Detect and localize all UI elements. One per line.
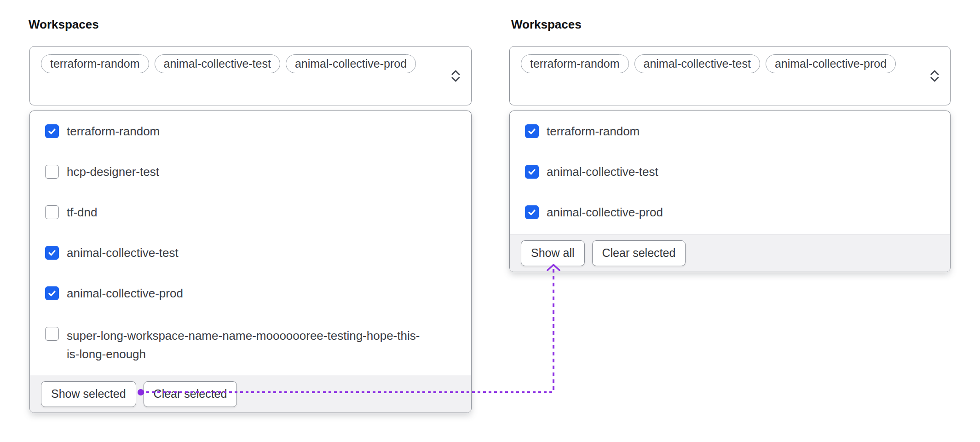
options-list: terraform-random hcp-designer-test tf-dn… [30, 111, 471, 375]
option-animal-collective-prod[interactable]: animal-collective-prod [45, 286, 471, 301]
selected-pill: animal-collective-test [634, 54, 760, 73]
checkbox[interactable] [45, 205, 59, 219]
option-terraform-random[interactable]: terraform-random [525, 124, 950, 139]
checkmark-icon [47, 289, 57, 298]
options-list: terraform-random animal-collective-test … [510, 111, 950, 234]
option-animal-collective-test[interactable]: animal-collective-test [525, 164, 950, 179]
unfold-chevrons-icon [929, 69, 940, 83]
option-hcp-designer-test[interactable]: hcp-designer-test [45, 164, 471, 179]
selected-pill: animal-collective-prod [286, 54, 416, 73]
connector-dotted-line-vertical [553, 269, 554, 392]
workspaces-dropdown-list: terraform-random hcp-designer-test tf-dn… [29, 110, 472, 413]
checkbox[interactable] [45, 124, 59, 138]
checkmark-icon [527, 208, 536, 217]
option-label: animal-collective-test [547, 164, 658, 179]
option-label: super-long-workspace-name-name-moooooore… [67, 326, 430, 363]
option-tf-dnd[interactable]: tf-dnd [45, 205, 471, 220]
option-label: animal-collective-prod [67, 286, 183, 301]
selected-pill: animal-collective-test [155, 54, 280, 73]
selected-pill: animal-collective-prod [766, 54, 896, 73]
checkmark-icon [47, 127, 57, 136]
clear-selected-button[interactable]: Clear selected [592, 240, 686, 266]
checkbox[interactable] [525, 165, 539, 179]
option-super-long-workspace[interactable]: super-long-workspace-name-name-moooooore… [45, 326, 471, 363]
clear-selected-button[interactable]: Clear selected [144, 381, 237, 407]
option-animal-collective-test[interactable]: animal-collective-test [45, 245, 471, 260]
checkbox[interactable] [525, 205, 539, 219]
workspaces-label: Workspaces [511, 17, 582, 32]
dropdown-footer: Show selected Clear selected [30, 375, 471, 413]
option-terraform-random[interactable]: terraform-random [45, 124, 471, 139]
dropdown-footer: Show all Clear selected [510, 234, 950, 272]
checkbox[interactable] [45, 327, 59, 341]
show-selected-button[interactable]: Show selected [41, 381, 136, 407]
checkmark-icon [47, 248, 57, 257]
option-label: tf-dnd [67, 205, 98, 220]
option-label: terraform-random [547, 124, 640, 139]
show-all-button[interactable]: Show all [521, 240, 585, 266]
workspaces-multiselect-trigger[interactable]: terraform-random animal-collective-test … [509, 46, 951, 105]
selected-pill: terraform-random [521, 54, 629, 73]
workspaces-multiselect-trigger[interactable]: terraform-random animal-collective-test … [29, 46, 472, 105]
option-animal-collective-prod[interactable]: animal-collective-prod [525, 205, 950, 220]
option-label: terraform-random [67, 124, 160, 139]
option-label: animal-collective-test [67, 245, 179, 260]
option-label: hcp-designer-test [67, 164, 159, 179]
unfold-chevrons-icon [450, 69, 461, 83]
checkmark-icon [527, 167, 536, 176]
checkbox[interactable] [45, 286, 59, 300]
checkbox[interactable] [45, 165, 59, 179]
workspaces-dropdown-list: terraform-random animal-collective-test … [509, 110, 951, 272]
checkmark-icon [527, 127, 536, 136]
workspaces-label: Workspaces [29, 17, 99, 32]
selected-pill: terraform-random [41, 54, 149, 73]
option-label: animal-collective-prod [547, 205, 663, 220]
checkbox[interactable] [45, 246, 59, 260]
checkbox[interactable] [525, 124, 539, 138]
